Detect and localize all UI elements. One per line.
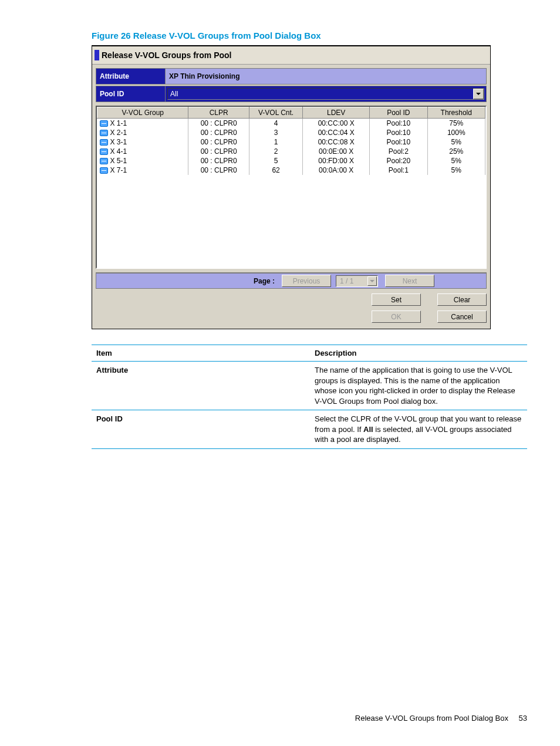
ok-button[interactable]: OK: [372, 310, 421, 323]
grid-empty-area: [97, 175, 485, 268]
desc-header-item: Item: [92, 345, 310, 362]
attribute-value: XP Thin Provisioning: [166, 69, 486, 84]
desc-text: The name of the application that is goin…: [310, 362, 527, 410]
table-row[interactable]: X 5-100 : CLPR0500:FD:00 XPool:205%: [97, 156, 485, 166]
desc-header-desc: Description: [310, 345, 527, 362]
vvol-group-icon: [100, 148, 108, 155]
table-row[interactable]: X 2-100 : CLPR0300:CC:04 XPool:10100%: [97, 128, 485, 137]
title-mark-icon: [95, 50, 99, 60]
vvol-group-icon: [100, 120, 108, 127]
table-row[interactable]: X 3-100 : CLPR0100:CC:08 XPool:105%: [97, 137, 485, 147]
pool-id-dropdown[interactable]: All: [167, 88, 484, 100]
table-row[interactable]: X 7-100 : CLPR06200:0A:00 XPool:15%: [97, 166, 485, 175]
desc-text: Select the CLPR of the V-VOL group that …: [310, 410, 527, 449]
vvol-group-icon: [100, 167, 108, 174]
vvol-group-icon: [100, 158, 108, 164]
desc-row: Pool ID Select the CLPR of the V-VOL gro…: [92, 410, 527, 449]
desc-item: Pool ID: [92, 410, 310, 449]
previous-button[interactable]: Previous: [282, 275, 331, 287]
col-header-threshold[interactable]: Threshold: [427, 107, 485, 119]
vvol-group-icon: [100, 139, 108, 146]
page-dropdown[interactable]: 1 / 1: [336, 275, 378, 287]
attribute-row: Attribute XP Thin Provisioning: [96, 68, 487, 85]
next-button[interactable]: Next: [385, 275, 434, 287]
pager-bar: Page : Previous 1 / 1 Next: [96, 272, 487, 289]
desc-item: Attribute: [92, 362, 310, 410]
col-header-group[interactable]: V-VOL Group: [97, 107, 188, 119]
set-button[interactable]: Set: [372, 293, 421, 306]
dialog-window: Release V-VOL Groups from Pool Attribute…: [92, 45, 491, 329]
description-table: Item Description Attribute The name of t…: [92, 345, 527, 449]
dialog-titlebar: Release V-VOL Groups from Pool: [92, 46, 490, 65]
page-current: 1 / 1: [340, 277, 353, 285]
col-header-clpr[interactable]: CLPR: [188, 107, 249, 119]
chevron-down-icon[interactable]: [367, 276, 377, 286]
vvol-group-icon: [100, 130, 108, 136]
col-header-cnt[interactable]: V-VOL Cnt.: [249, 107, 303, 119]
table-row[interactable]: X 4-100 : CLPR0200:0E:00 XPool:225%: [97, 147, 485, 156]
desc-row: Attribute The name of the application th…: [92, 362, 527, 410]
footer-title: Release V-VOL Groups from Pool Dialog Bo…: [355, 714, 508, 723]
clear-button[interactable]: Clear: [437, 293, 487, 306]
chevron-down-icon[interactable]: [473, 89, 484, 99]
vvol-group-table[interactable]: V-VOL Group CLPR V-VOL Cnt. LDEV Pool ID…: [97, 107, 485, 175]
pool-id-selected: All: [170, 90, 178, 98]
col-header-pool[interactable]: Pool ID: [370, 107, 427, 119]
col-header-ldev[interactable]: LDEV: [303, 107, 370, 119]
cancel-button[interactable]: Cancel: [437, 310, 487, 323]
pool-id-label: Pool ID: [96, 86, 166, 102]
page-label: Page :: [254, 277, 275, 285]
dialog-title-text: Release V-VOL Groups from Pool: [102, 50, 231, 60]
page-footer: Release V-VOL Groups from Pool Dialog Bo…: [355, 714, 527, 723]
table-row[interactable]: X 1-100 : CLPR0400:CC:00 XPool:1075%: [97, 119, 485, 129]
page-number: 53: [519, 714, 527, 723]
pool-id-row: Pool ID All: [96, 86, 487, 102]
figure-caption: Figure 26 Release V-VOL Groups from Pool…: [92, 31, 527, 40]
attribute-label: Attribute: [96, 69, 166, 84]
